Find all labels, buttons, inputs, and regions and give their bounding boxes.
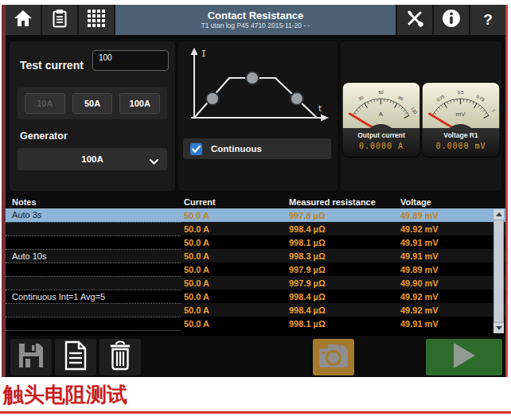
meter-label: Output current <box>343 128 420 139</box>
save-icon <box>17 341 45 373</box>
settings-panel: Test current 10A 50A 100A Generator 100A <box>10 41 175 191</box>
grid-icon <box>88 10 106 31</box>
checkbox-checked-icon[interactable] <box>190 143 202 155</box>
cell-current: 50.0 A <box>181 303 286 317</box>
current-range-group: 10A 50A 100A <box>18 88 167 119</box>
results-tbody: Auto 3s 50.0 A 997.8 µΩ 49.89 mV 50.0 A … <box>6 208 505 330</box>
graph-y-label: I <box>201 49 206 58</box>
table-row[interactable]: Auto 10s 50.0 A 998.3 µΩ 49.91 mV <box>6 249 505 262</box>
col-resistance: Measured resistance <box>286 196 397 208</box>
scroll-down-icon[interactable] <box>493 323 504 333</box>
tick-label: 0.5 <box>458 90 464 95</box>
start-button[interactable] <box>426 339 502 375</box>
tick-label: 1 <box>491 108 497 113</box>
tests-button[interactable] <box>42 5 79 35</box>
home-button[interactable] <box>6 5 42 35</box>
cell-current: 50.0 A <box>181 249 286 262</box>
cell-current: 50.0 A <box>181 276 286 290</box>
cell-resistance: 997.9 µΩ <box>286 262 397 276</box>
current-profile-graph: I t <box>183 45 333 134</box>
bottom-toolbar <box>6 336 505 377</box>
save-button[interactable] <box>10 339 52 375</box>
cell-resistance: 998.4 µΩ <box>286 290 397 303</box>
cell-voltage: 49.92 mV <box>397 290 505 303</box>
scrollbar-thumb[interactable] <box>493 220 504 323</box>
voltage-r1-meter: 0.25 0.5 0.75 1 mV Voltage R1 0.0 <box>423 83 500 157</box>
topbar-left-group <box>6 5 115 35</box>
ramp-down-handle[interactable] <box>291 92 303 105</box>
clipboard-icon <box>52 9 68 31</box>
cell-current: 50.0 A <box>181 235 286 249</box>
cell-notes: Auto 3s <box>6 208 181 222</box>
table-row[interactable]: 50.0 A 998.1 µΩ 49.91 mV <box>6 235 505 249</box>
continuous-label: Continuous <box>211 144 262 154</box>
current-10a-button[interactable]: 10A <box>25 93 65 114</box>
test-current-label: Test current <box>20 59 84 72</box>
meter-scale: 30 60 90 120 A <box>343 83 420 128</box>
cell-current: 50.0 A <box>181 290 286 303</box>
table-row[interactable]: Auto 3s 50.0 A 997.8 µΩ 49.89 mV <box>6 208 505 222</box>
meters-panel: 30 60 90 120 A Output current 0.0 <box>341 41 501 191</box>
app-window: Contact Resistance T1 utan log P45 4710 … <box>2 5 508 377</box>
ramp-up-handle[interactable] <box>206 92 219 105</box>
meter-label: Voltage R1 <box>423 128 500 139</box>
test-current-input[interactable] <box>92 50 169 71</box>
continuous-toggle[interactable]: Continuous <box>183 138 331 159</box>
cell-resistance: 998.1 µΩ <box>286 317 397 330</box>
cell-voltage: 49.89 mV <box>397 262 505 276</box>
topbar-right-group: ? <box>396 5 505 35</box>
cell-notes: Continuous Int=1 Avg=5 <box>6 290 181 303</box>
apps-button[interactable] <box>79 5 115 35</box>
current-100a-button[interactable]: 100A <box>119 93 160 114</box>
report-button[interactable] <box>55 339 96 375</box>
scroll-up-icon[interactable] <box>493 209 504 220</box>
cell-voltage: 49.89 mV <box>397 208 505 222</box>
meter-unit: mV <box>456 111 466 118</box>
tick-label: 60 <box>378 90 383 95</box>
generator-dropdown[interactable]: 100A <box>18 148 167 170</box>
info-button[interactable] <box>432 5 469 35</box>
cell-resistance: 998.1 µΩ <box>286 235 397 249</box>
main-area: Test current 10A 50A 100A Generator 100A <box>6 35 505 196</box>
cell-voltage: 49.91 mV <box>397 317 505 330</box>
col-current: Current <box>181 196 286 208</box>
cell-current: 50.0 A <box>181 222 286 235</box>
table-scrollbar[interactable] <box>493 209 504 333</box>
table-row[interactable]: 50.0 A 997.9 µΩ 49.90 mV <box>6 276 505 290</box>
tools-icon <box>405 9 424 31</box>
table-row[interactable]: 50.0 A 997.9 µΩ 49.89 mV <box>6 262 505 276</box>
play-icon <box>451 340 478 374</box>
current-50a-button[interactable]: 50A <box>72 93 113 114</box>
delete-button[interactable] <box>99 339 141 375</box>
graph-x-label: t <box>318 104 322 113</box>
page: Contact Resistance T1 utan log P45 4710 … <box>0 0 511 420</box>
table-row[interactable]: 50.0 A 998.4 µΩ 49.92 mV <box>6 303 505 317</box>
title-area: Contact Resistance T1 utan log P45 4710 … <box>115 5 396 35</box>
tick-label: 30 <box>357 95 364 101</box>
generator-value: 100A <box>81 154 103 164</box>
table-header-row: Notes Current Measured resistance Voltag… <box>6 196 505 208</box>
table-row[interactable]: 50.0 A 998.1 µΩ 49.91 mV <box>6 317 505 330</box>
results-table: Notes Current Measured resistance Voltag… <box>6 196 505 336</box>
table-row[interactable]: 50.0 A 998.4 µΩ 49.92 mV <box>6 222 505 235</box>
cell-notes <box>6 222 181 235</box>
cell-notes <box>6 317 181 330</box>
col-notes: Notes <box>6 196 181 208</box>
table-row[interactable]: Continuous Int=1 Avg=5 50.0 A 998.4 µΩ 4… <box>6 290 505 303</box>
cell-voltage: 49.92 mV <box>397 303 505 317</box>
cell-resistance: 997.9 µΩ <box>286 276 397 290</box>
help-icon: ? <box>483 11 493 29</box>
meter-scale: 0.25 0.5 0.75 1 mV <box>423 83 500 128</box>
camera-button[interactable] <box>313 339 354 375</box>
cell-notes <box>6 235 181 249</box>
plateau-handle[interactable] <box>246 72 259 84</box>
tick-label: 120 <box>410 106 418 115</box>
caption-text: 触头电阻测试 <box>3 381 127 409</box>
home-icon <box>14 10 33 30</box>
help-button[interactable]: ? <box>469 5 505 35</box>
cell-voltage: 49.90 mV <box>397 276 505 290</box>
cell-current: 50.0 A <box>181 262 286 276</box>
top-bar: Contact Resistance T1 utan log P45 4710 … <box>6 5 505 35</box>
cell-voltage: 49.92 mV <box>397 222 505 235</box>
settings-button[interactable] <box>396 5 432 35</box>
